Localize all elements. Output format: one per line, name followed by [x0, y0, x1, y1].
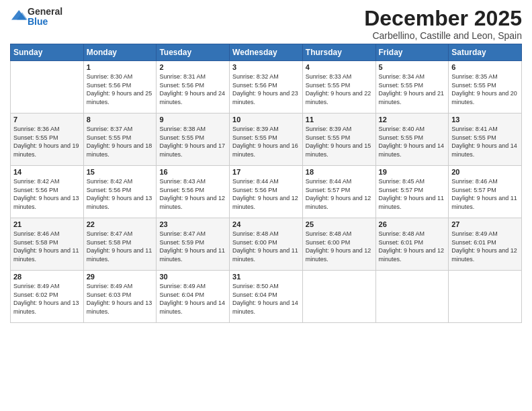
calendar-cell: 24Sunrise: 8:48 AMSunset: 6:00 PMDayligh… [230, 218, 303, 271]
calendar-cell: 21Sunrise: 8:46 AMSunset: 5:58 PMDayligh… [11, 218, 84, 271]
day-number: 11 [306, 116, 373, 124]
day-info: Sunrise: 8:34 AMSunset: 5:55 PMDaylight:… [379, 73, 446, 106]
calendar-cell [375, 271, 449, 323]
header-day-friday: Friday [375, 44, 449, 61]
day-info: Sunrise: 8:36 AMSunset: 5:55 PMDaylight:… [13, 125, 81, 158]
calendar-cell [302, 271, 375, 323]
day-number: 5 [379, 63, 446, 71]
day-info: Sunrise: 8:39 AMSunset: 5:55 PMDaylight:… [306, 125, 373, 158]
calendar-cell: 30Sunrise: 8:49 AMSunset: 6:04 PMDayligh… [157, 271, 230, 323]
day-number: 21 [13, 220, 81, 228]
header-day-tuesday: Tuesday [157, 44, 230, 61]
calendar-cell: 8Sunrise: 8:37 AMSunset: 5:55 PMDaylight… [83, 113, 157, 166]
header-day-monday: Monday [83, 44, 157, 61]
day-info: Sunrise: 8:46 AMSunset: 5:57 PMDaylight:… [451, 177, 519, 211]
day-number: 12 [379, 116, 446, 124]
calendar-cell [449, 271, 522, 323]
day-number: 1 [87, 63, 154, 71]
calendar-cell [11, 61, 84, 113]
day-info: Sunrise: 8:38 AMSunset: 5:55 PMDaylight:… [159, 125, 226, 158]
calendar-cell: 25Sunrise: 8:48 AMSunset: 6:00 PMDayligh… [302, 218, 375, 271]
calendar-cell: 3Sunrise: 8:32 AMSunset: 5:56 PMDaylight… [230, 61, 303, 113]
header-day-saturday: Saturday [449, 44, 522, 61]
calendar-cell: 27Sunrise: 8:49 AMSunset: 6:01 PMDayligh… [449, 218, 522, 271]
day-number: 10 [232, 116, 300, 124]
calendar-cell: 28Sunrise: 8:49 AMSunset: 6:02 PMDayligh… [11, 271, 84, 323]
day-number: 13 [451, 116, 519, 124]
calendar-cell: 23Sunrise: 8:47 AMSunset: 5:59 PMDayligh… [157, 218, 230, 271]
logo-icon [11, 9, 28, 22]
day-info: Sunrise: 8:30 AMSunset: 5:56 PMDaylight:… [87, 73, 154, 106]
day-number: 4 [306, 63, 373, 71]
day-number: 14 [13, 168, 81, 176]
day-number: 22 [87, 220, 154, 228]
day-info: Sunrise: 8:41 AMSunset: 5:55 PMDaylight:… [451, 125, 519, 158]
day-info: Sunrise: 8:48 AMSunset: 6:01 PMDaylight:… [379, 230, 446, 263]
calendar-cell: 20Sunrise: 8:46 AMSunset: 5:57 PMDayligh… [449, 166, 522, 218]
day-number: 7 [13, 116, 81, 124]
day-number: 25 [306, 220, 373, 228]
calendar-cell: 7Sunrise: 8:36 AMSunset: 5:55 PMDaylight… [11, 113, 84, 166]
day-info: Sunrise: 8:48 AMSunset: 6:00 PMDaylight:… [232, 230, 300, 263]
day-number: 23 [159, 220, 226, 228]
day-number: 8 [87, 116, 154, 124]
calendar-cell: 14Sunrise: 8:42 AMSunset: 5:56 PMDayligh… [11, 166, 84, 218]
day-number: 2 [159, 63, 226, 71]
day-number: 6 [451, 63, 519, 71]
calendar-cell: 29Sunrise: 8:49 AMSunset: 6:03 PMDayligh… [83, 271, 157, 323]
header-day-wednesday: Wednesday [230, 44, 303, 61]
day-info: Sunrise: 8:44 AMSunset: 5:57 PMDaylight:… [306, 177, 373, 211]
day-info: Sunrise: 8:42 AMSunset: 5:56 PMDaylight:… [13, 177, 81, 211]
day-number: 29 [87, 273, 154, 281]
day-number: 3 [232, 63, 300, 71]
calendar-cell: 18Sunrise: 8:44 AMSunset: 5:57 PMDayligh… [302, 166, 375, 218]
day-number: 31 [232, 273, 300, 281]
title-block: December 2025 Carbellino, Castille and L… [364, 7, 522, 41]
day-info: Sunrise: 8:45 AMSunset: 5:57 PMDaylight:… [379, 177, 446, 211]
calendar-cell: 6Sunrise: 8:35 AMSunset: 5:55 PMDaylight… [449, 61, 522, 113]
calendar-cell: 26Sunrise: 8:48 AMSunset: 6:01 PMDayligh… [375, 218, 449, 271]
calendar-week-5: 28Sunrise: 8:49 AMSunset: 6:02 PMDayligh… [11, 271, 522, 323]
header-day-sunday: Sunday [11, 44, 84, 61]
calendar-week-2: 7Sunrise: 8:36 AMSunset: 5:55 PMDaylight… [11, 113, 522, 166]
logo: General Blue [10, 7, 62, 28]
day-info: Sunrise: 8:49 AMSunset: 6:04 PMDaylight:… [159, 282, 226, 316]
day-info: Sunrise: 8:37 AMSunset: 5:55 PMDaylight:… [87, 125, 154, 158]
day-info: Sunrise: 8:39 AMSunset: 5:55 PMDaylight:… [232, 125, 300, 158]
calendar-cell: 15Sunrise: 8:42 AMSunset: 5:56 PMDayligh… [83, 166, 157, 218]
day-number: 30 [159, 273, 226, 281]
day-info: Sunrise: 8:49 AMSunset: 6:01 PMDaylight:… [451, 230, 519, 263]
page-container: General Blue December 2025 Carbellino, C… [0, 0, 532, 330]
calendar-cell: 12Sunrise: 8:40 AMSunset: 5:55 PMDayligh… [375, 113, 449, 166]
day-info: Sunrise: 8:35 AMSunset: 5:55 PMDaylight:… [451, 73, 519, 106]
day-info: Sunrise: 8:32 AMSunset: 5:56 PMDaylight:… [232, 73, 300, 106]
month-title: December 2025 [364, 7, 522, 30]
subtitle: Carbellino, Castille and Leon, Spain [364, 30, 522, 41]
day-info: Sunrise: 8:44 AMSunset: 5:56 PMDaylight:… [232, 177, 300, 211]
calendar-cell: 2Sunrise: 8:31 AMSunset: 5:56 PMDaylight… [157, 61, 230, 113]
day-info: Sunrise: 8:50 AMSunset: 6:04 PMDaylight:… [232, 282, 300, 316]
calendar-cell: 5Sunrise: 8:34 AMSunset: 5:55 PMDaylight… [375, 61, 449, 113]
day-number: 20 [451, 168, 519, 176]
logo-general-text: General [28, 6, 62, 17]
day-number: 16 [159, 168, 226, 176]
day-info: Sunrise: 8:31 AMSunset: 5:56 PMDaylight:… [159, 73, 226, 106]
day-info: Sunrise: 8:42 AMSunset: 5:56 PMDaylight:… [87, 177, 154, 211]
day-number: 17 [232, 168, 300, 176]
day-number: 18 [306, 168, 373, 176]
calendar-week-3: 14Sunrise: 8:42 AMSunset: 5:56 PMDayligh… [11, 166, 522, 218]
day-number: 24 [232, 220, 300, 228]
day-info: Sunrise: 8:47 AMSunset: 5:59 PMDaylight:… [159, 230, 226, 263]
calendar-cell: 19Sunrise: 8:45 AMSunset: 5:57 PMDayligh… [375, 166, 449, 218]
header: General Blue December 2025 Carbellino, C… [10, 7, 522, 41]
calendar-cell: 22Sunrise: 8:47 AMSunset: 5:58 PMDayligh… [83, 218, 157, 271]
day-number: 19 [379, 168, 446, 176]
logo-blue-text: Blue [28, 16, 48, 27]
calendar-cell: 11Sunrise: 8:39 AMSunset: 5:55 PMDayligh… [302, 113, 375, 166]
calendar-cell: 17Sunrise: 8:44 AMSunset: 5:56 PMDayligh… [230, 166, 303, 218]
calendar-cell: 16Sunrise: 8:43 AMSunset: 5:56 PMDayligh… [157, 166, 230, 218]
calendar-cell: 1Sunrise: 8:30 AMSunset: 5:56 PMDaylight… [83, 61, 157, 113]
calendar-cell: 9Sunrise: 8:38 AMSunset: 5:55 PMDaylight… [157, 113, 230, 166]
calendar-cell: 10Sunrise: 8:39 AMSunset: 5:55 PMDayligh… [230, 113, 303, 166]
day-info: Sunrise: 8:40 AMSunset: 5:55 PMDaylight:… [379, 125, 446, 158]
